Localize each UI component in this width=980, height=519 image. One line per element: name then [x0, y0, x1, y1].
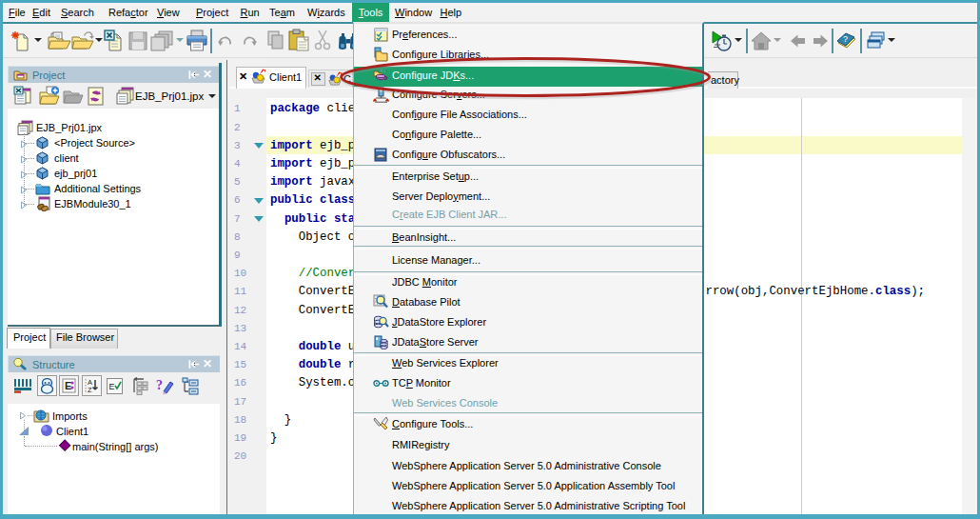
- svg-text:?: ?: [843, 34, 848, 44]
- svg-text:E: E: [109, 382, 115, 391]
- svg-text:?: ?: [156, 378, 163, 392]
- svg-text:E: E: [65, 380, 71, 391]
- svg-text:Z: Z: [88, 386, 92, 394]
